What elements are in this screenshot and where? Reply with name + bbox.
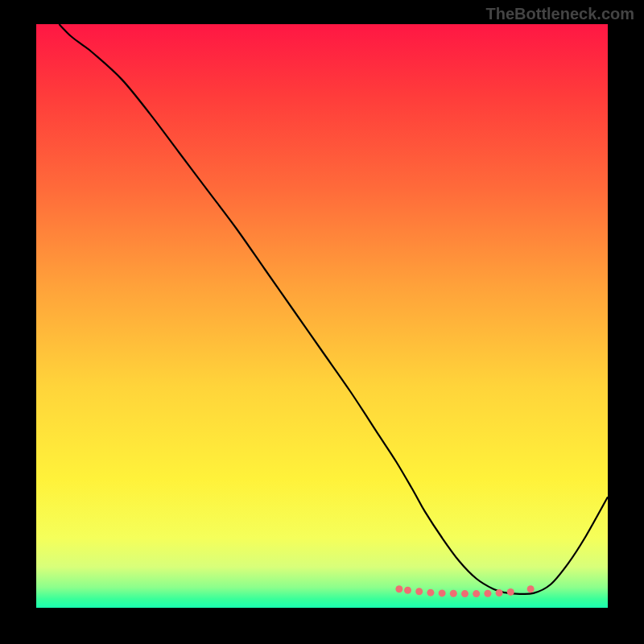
optimal-range-marker (496, 589, 503, 597)
curve-layer (36, 24, 608, 608)
optimal-range-marker (427, 589, 434, 597)
optimal-range-marker (439, 589, 446, 597)
optimal-range-marker (395, 585, 402, 592)
optimal-range-marker (461, 590, 469, 597)
plot-area (36, 24, 608, 608)
optimal-range-marker (473, 590, 480, 597)
optimal-range-marker (507, 588, 514, 596)
optimal-range-markers (395, 585, 534, 597)
optimal-range-marker (415, 588, 423, 595)
bottleneck-curve (59, 24, 608, 594)
optimal-range-marker (404, 587, 411, 594)
optimal-range-marker (527, 585, 535, 592)
optimal-range-marker (484, 590, 491, 597)
chart-frame (36, 24, 608, 608)
optimal-range-marker (450, 590, 457, 597)
attribution-text: TheBottleneck.com (486, 5, 634, 23)
